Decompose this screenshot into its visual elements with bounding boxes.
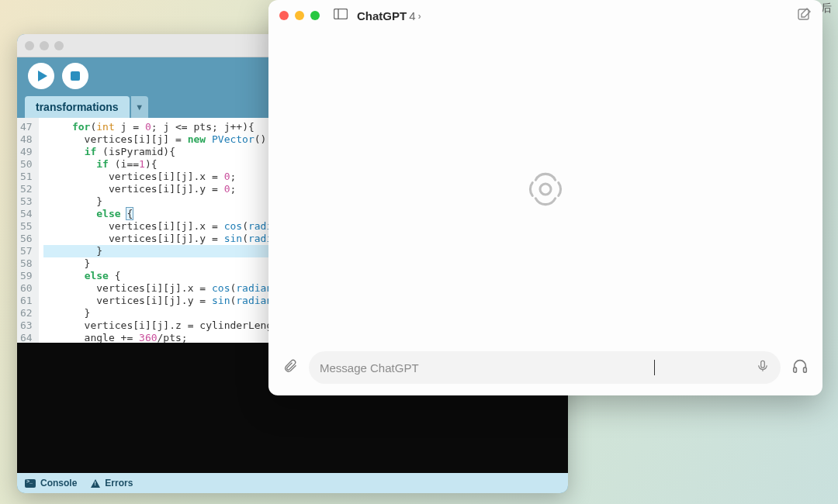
tab-dropdown-button[interactable]: ▼	[131, 96, 148, 118]
errors-tab[interactable]: Errors	[91, 478, 133, 488]
chatgpt-window: ChatGPT 4 ›	[268, 0, 822, 395]
headphones-button[interactable]	[791, 357, 809, 378]
ide-close-dot[interactable]	[25, 41, 34, 50]
svg-rect-0	[334, 9, 348, 19]
ide-traffic-lights[interactable]	[25, 41, 64, 50]
console-tab-label: Console	[40, 478, 77, 488]
microphone-icon	[756, 359, 770, 373]
chat-title[interactable]: ChatGPT 4 ›	[357, 9, 421, 22]
play-icon	[38, 71, 47, 81]
stop-icon	[71, 71, 80, 81]
message-input[interactable]	[320, 361, 646, 375]
svg-rect-5	[794, 368, 797, 372]
errors-tab-label: Errors	[105, 478, 133, 488]
chat-version: 4	[409, 9, 415, 22]
svg-point-3	[540, 184, 551, 195]
terminal-icon	[25, 479, 36, 488]
paperclip-icon	[282, 358, 298, 374]
sidebar-toggle-button[interactable]	[334, 9, 348, 22]
text-cursor-icon	[654, 360, 655, 375]
ide-bottom-bar: Console Errors	[17, 473, 568, 493]
chat-input-row	[268, 347, 822, 395]
new-chat-button[interactable]	[798, 7, 812, 24]
chat-close-dot[interactable]	[279, 11, 289, 20]
compose-icon	[798, 7, 812, 21]
chat-titlebar[interactable]: ChatGPT 4 ›	[268, 0, 822, 31]
svg-rect-4	[761, 361, 765, 368]
warning-icon	[91, 479, 100, 488]
chat-max-dot[interactable]	[310, 11, 320, 20]
chat-traffic-lights[interactable]	[279, 11, 320, 20]
sidebar-icon	[334, 9, 348, 19]
chat-body	[268, 31, 822, 347]
ide-max-dot[interactable]	[54, 41, 64, 50]
stop-button[interactable]	[62, 63, 88, 89]
ide-min-dot[interactable]	[40, 41, 49, 50]
chat-input-container[interactable]	[309, 351, 781, 384]
console-tab[interactable]: Console	[25, 478, 77, 488]
headphones-icon	[791, 357, 809, 375]
chevron-right-icon: ›	[418, 10, 421, 22]
line-gutter: 47484950515253545556575859606162636465	[17, 118, 39, 343]
chat-min-dot[interactable]	[295, 11, 304, 20]
attach-button[interactable]	[282, 358, 298, 377]
mic-button[interactable]	[756, 359, 770, 376]
run-button[interactable]	[28, 63, 54, 89]
chat-title-text: ChatGPT	[357, 9, 407, 22]
svg-rect-6	[804, 368, 807, 372]
openai-logo-icon	[524, 167, 567, 211]
tab-transformations[interactable]: transformations	[25, 96, 130, 118]
